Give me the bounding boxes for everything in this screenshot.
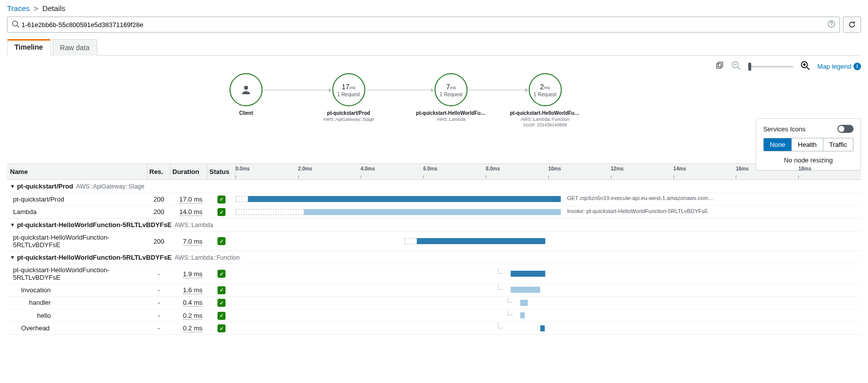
node-label: Client	[211, 110, 281, 116]
col-dur: Duration	[170, 164, 207, 179]
segment-name: Lambda	[7, 206, 147, 218]
zoom-in-icon[interactable]	[800, 61, 810, 72]
check-icon: ✓	[218, 286, 226, 294]
tick: 16ms	[736, 164, 798, 179]
table-row[interactable]: hello-0.2 ms✓	[7, 309, 861, 322]
segment-status: ✓	[207, 193, 236, 206]
group-header[interactable]: ▼pt-quickstart-HelloWorldFunction-5RLTLv…	[7, 219, 861, 231]
seg-health[interactable]: Health	[792, 138, 823, 151]
info-icon: i	[853, 63, 861, 70]
search-box[interactable]	[7, 17, 840, 33]
segment-status: ✓	[207, 284, 236, 296]
tabs: Timeline Raw data	[7, 39, 861, 56]
tick: 14ms	[674, 164, 736, 179]
svg-point-0	[13, 21, 18, 26]
map-node-client[interactable]: Client	[211, 73, 281, 116]
group-name: pt-quickstart/Prod	[17, 182, 73, 190]
segment-status: ✓	[207, 309, 236, 322]
tick: 2.0ms	[298, 164, 361, 179]
check-icon: ✓	[218, 324, 226, 332]
node-sublabel: AWS::ApiGateway::Stage	[314, 117, 384, 122]
table-row[interactable]: Invocation-1.6 ms✓	[7, 283, 861, 296]
segment-name: pt-quickstart-HelloWorldFunction-5RLTLvB…	[7, 232, 147, 251]
segments-table: Name Res. Duration Status 0.0ms2.0ms4.0m…	[7, 163, 861, 335]
zoom-out-icon[interactable]	[731, 61, 741, 72]
timeline-bar	[304, 209, 561, 215]
segment-duration: 17.0 ms	[170, 194, 207, 205]
seg-none[interactable]: None	[764, 138, 792, 151]
node-label: pt-quickstart-HelloWorldFuncti...	[510, 110, 580, 116]
node-sublabel: AWS::Lambda::Function	[510, 117, 580, 122]
segment-name: pt-quickstart-HelloWorldFunction-5RLTLvB…	[7, 264, 147, 283]
breadcrumb-root[interactable]: Traces	[7, 4, 30, 13]
map-node-apigateway[interactable]: 17ms 1 Request pt-quickstart/Prod AWS::A…	[314, 73, 384, 122]
col-status: Status	[207, 164, 236, 179]
tick: 12ms	[611, 164, 674, 179]
services-icons-label: Services Icons	[763, 125, 806, 133]
seg-traffic[interactable]: Traffic	[823, 138, 853, 151]
segment-duration: 0.2 ms	[170, 310, 207, 321]
timeline-bar	[417, 238, 545, 244]
services-icons-toggle[interactable]	[837, 125, 853, 133]
refresh-button[interactable]	[843, 17, 861, 33]
tab-timeline[interactable]: Timeline	[7, 39, 51, 56]
timeline-bar	[520, 312, 525, 318]
service-map[interactable]: Client 17ms 1 Request pt-quickstart/Prod…	[7, 73, 861, 163]
table-row[interactable]: Lambda20014.0 ms✓Invoke: pt-quickstart-H…	[7, 206, 861, 219]
map-legend-label: Map legend	[817, 63, 851, 70]
map-controls-panel: Services Icons None Health Traffic No no…	[756, 118, 861, 170]
tick: 8.0ms	[486, 164, 548, 179]
table-row[interactable]: pt-quickstart-HelloWorldFunction-5RLTLvB…	[7, 231, 861, 251]
segment-status: ✓	[207, 297, 236, 309]
overlap-icon[interactable]	[715, 61, 724, 72]
tick: 0.0ms	[236, 164, 298, 179]
svg-rect-4	[717, 64, 721, 68]
timeline-bar	[511, 287, 540, 293]
group-header[interactable]: ▼pt-quickstart/ProdAWS::ApiGateway::Stag…	[7, 180, 861, 193]
segment-duration: 7.0 ms	[170, 236, 207, 247]
user-icon	[240, 84, 252, 96]
col-res: Res.	[147, 164, 170, 179]
check-icon: ✓	[218, 237, 226, 245]
bar-label: GET zqc6zn5n19.execute-api.eu-west-1.ama…	[567, 195, 713, 201]
segment-bar-area	[236, 268, 861, 279]
table-row[interactable]: pt-quickstart-HelloWorldFunction-5RLTLvB…	[7, 264, 861, 283]
group-header[interactable]: ▼pt-quickstart-HelloWorldFunction-5RLTLv…	[7, 251, 861, 264]
help-icon[interactable]	[827, 20, 835, 30]
node-resize-label: No node resizing	[763, 156, 853, 164]
svg-point-3	[831, 26, 831, 26]
map-node-lambda-function[interactable]: 2ms 1 Request pt-quickstart-HelloWorldFu…	[510, 73, 580, 127]
svg-line-12	[807, 67, 809, 70]
segment-bar-area: Invoke: pt-quickstart-HelloWorldFunction…	[236, 207, 861, 218]
group-name: pt-quickstart-HelloWorldFunction-5RLTLvB…	[17, 254, 172, 261]
segment-status: ✓	[207, 235, 236, 248]
table-row[interactable]: handler-0.4 ms✓	[7, 296, 861, 309]
breadcrumb-current: Details	[42, 4, 65, 13]
timeline-bar	[511, 271, 545, 277]
tab-raw-data[interactable]: Raw data	[53, 39, 97, 56]
search-icon	[12, 20, 20, 30]
bar-label: Invoke: pt-quickstart-HelloWorldFunction…	[567, 208, 708, 214]
timeline-bar	[248, 196, 561, 202]
node-label: pt-quickstart/Prod	[314, 110, 384, 116]
col-chart: 0.0ms2.0ms4.0ms6.0ms8.0ms10ms12ms14ms16m…	[236, 164, 861, 179]
segment-response: 200	[147, 194, 170, 205]
chevron-down-icon: ▼	[10, 222, 15, 228]
table-row[interactable]: pt-quickstart/Prod20017.0 ms✓GET zqc6zn5…	[7, 193, 861, 206]
map-node-lambda[interactable]: 7ms 1 Request pt-quickstart-HelloWorldFu…	[416, 73, 486, 122]
segment-response: 200	[147, 236, 170, 247]
chevron-down-icon: ▼	[10, 183, 15, 189]
segment-name: pt-quickstart/Prod	[7, 194, 147, 205]
group-name: pt-quickstart-HelloWorldFunction-5RLTLvB…	[17, 221, 172, 229]
search-input[interactable]	[20, 18, 827, 32]
node-label: pt-quickstart-HelloWorldFuncti...	[416, 110, 486, 116]
table-row[interactable]: Overhead-0.2 ms✓	[7, 322, 861, 335]
check-icon: ✓	[218, 312, 226, 320]
table-header: Name Res. Duration Status 0.0ms2.0ms4.0m…	[7, 164, 861, 180]
segment-bar-area	[236, 310, 861, 321]
col-name: Name	[7, 164, 147, 179]
map-legend-link[interactable]: Map legend i	[817, 63, 861, 70]
map-mode-segment: None Health Traffic	[763, 138, 853, 151]
tick: 4.0ms	[361, 164, 423, 179]
zoom-slider[interactable]	[748, 66, 793, 68]
